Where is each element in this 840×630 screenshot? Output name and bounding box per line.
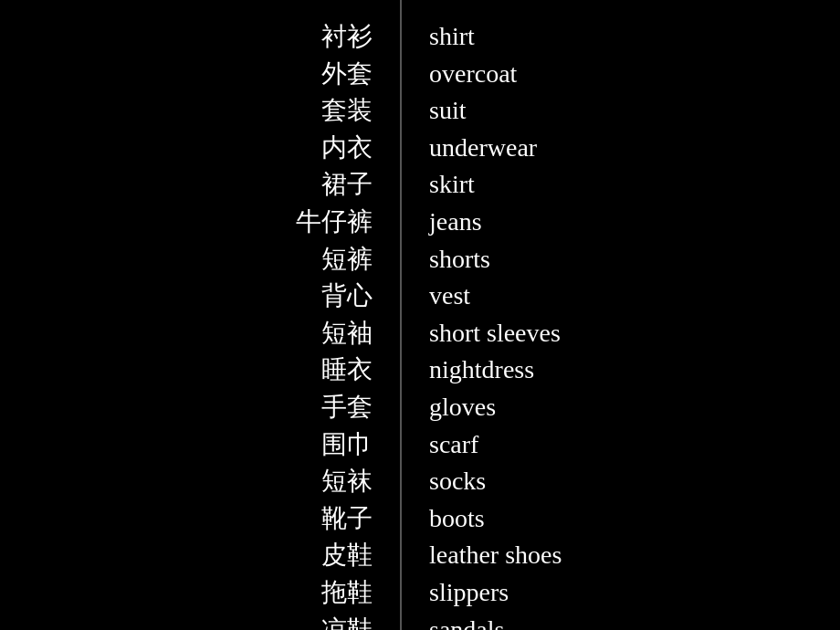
chinese-item-12: 短袜 — [321, 463, 373, 500]
english-item-3: underwear — [429, 130, 537, 167]
english-item-15: slippers — [429, 574, 509, 612]
english-item-11: scarf — [429, 426, 478, 464]
english-item-2: suit — [429, 92, 466, 130]
chinese-item-11: 围巾 — [321, 426, 373, 464]
english-item-10: gloves — [429, 389, 496, 426]
english-item-6: shorts — [429, 241, 490, 278]
chinese-item-0: 衬衫 — [321, 18, 373, 56]
chinese-panel: 衬衫外套套装内衣裙子牛仔裤短裤背心短袖睡衣手套围巾短袜靴子皮鞋拖鞋凉鞋 — [0, 0, 402, 630]
chinese-item-3: 内衣 — [321, 130, 373, 167]
chinese-item-14: 皮鞋 — [321, 537, 373, 574]
chinese-item-16: 凉鞋 — [321, 612, 373, 631]
chinese-item-5: 牛仔裤 — [296, 204, 373, 241]
chinese-item-13: 靴子 — [321, 500, 373, 538]
chinese-item-2: 套装 — [321, 92, 373, 130]
english-item-13: boots — [429, 500, 485, 538]
chinese-item-10: 手套 — [321, 389, 373, 426]
chinese-item-1: 外套 — [321, 56, 373, 93]
english-item-0: shirt — [429, 18, 475, 56]
english-item-16: sandals — [429, 612, 504, 631]
english-item-12: socks — [429, 463, 486, 500]
english-item-7: vest — [429, 278, 470, 315]
chinese-item-9: 睡衣 — [321, 352, 373, 389]
english-item-8: short sleeves — [429, 315, 561, 352]
english-item-4: skirt — [429, 166, 475, 204]
chinese-item-15: 拖鞋 — [321, 574, 373, 612]
english-panel: shirtovercoatsuitunderwearskirtjeansshor… — [402, 0, 840, 630]
english-item-14: leather shoes — [429, 537, 562, 574]
english-item-5: jeans — [429, 204, 482, 241]
chinese-item-8: 短袖 — [321, 315, 373, 352]
chinese-item-4: 裙子 — [321, 166, 373, 204]
english-item-1: overcoat — [429, 56, 517, 93]
chinese-item-7: 背心 — [321, 278, 373, 315]
english-item-9: nightdress — [429, 352, 534, 389]
chinese-item-6: 短裤 — [321, 241, 373, 278]
